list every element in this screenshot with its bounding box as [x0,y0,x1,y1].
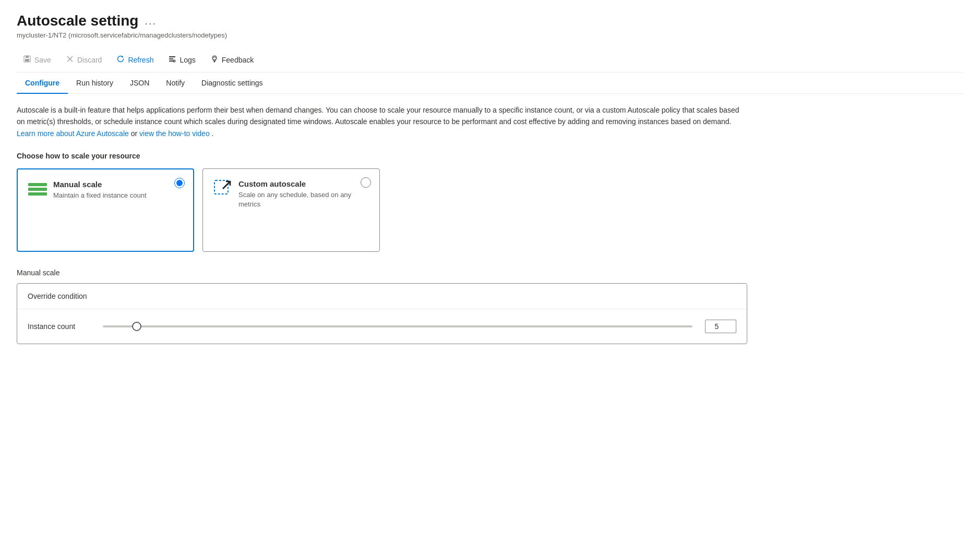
tab-notify[interactable]: Notify [158,72,193,93]
feedback-button[interactable]: Feedback [204,52,260,68]
tab-run-history[interactable]: Run history [68,72,122,93]
learn-more-link[interactable]: Learn more about Azure Autoscale [17,129,129,138]
manual-scale-radio[interactable] [174,178,185,188]
scale-section-title: Choose how to scale your resource [17,152,963,160]
page-subtitle: mycluster-1/NT2 (microsoft.servicefabric… [17,31,963,39]
scale-options: Manual scale Maintain a fixed instance c… [17,168,963,252]
save-button[interactable]: Save [17,52,57,68]
tab-configure[interactable]: Configure [17,72,68,93]
logs-icon [168,55,176,65]
ellipsis-menu[interactable]: ... [145,15,157,27]
refresh-icon [116,55,125,65]
manual-scale-title: Manual scale [53,180,183,189]
svg-rect-11 [214,180,228,194]
svg-point-8 [173,59,176,63]
svg-rect-2 [25,59,29,62]
tab-diagnostic-settings[interactable]: Diagnostic settings [193,72,271,93]
instance-count-row: Instance count [17,309,747,344]
manual-scale-desc: Maintain a fixed instance count [53,191,183,200]
tabs: Configure Run history JSON Notify Diagno… [17,72,963,94]
save-icon [23,55,31,65]
custom-autoscale-icon [213,179,232,198]
custom-autoscale-card[interactable]: Custom autoscale Scale on any schedule, … [202,168,380,252]
manual-scale-box: Override condition Instance count [17,283,747,344]
tab-json[interactable]: JSON [122,72,158,93]
toolbar: Save Discard Refresh [17,47,963,72]
override-condition-header: Override condition [17,284,747,309]
discard-icon [66,55,74,65]
instance-count-slider[interactable] [103,325,692,327]
manual-scale-section: Manual scale Override condition Instance… [17,269,963,344]
svg-line-12 [223,181,230,189]
logs-button[interactable]: Logs [162,52,201,68]
svg-rect-1 [26,56,29,58]
svg-rect-6 [169,58,173,59]
manual-scale-section-label: Manual scale [17,269,963,277]
custom-autoscale-title: Custom autoscale [238,179,369,188]
description-block: Autoscale is a built-in feature that hel… [17,104,747,139]
svg-point-10 [213,61,215,63]
refresh-button[interactable]: Refresh [110,52,160,68]
custom-autoscale-radio[interactable] [361,177,371,188]
feedback-icon [210,55,219,65]
manual-scale-icon [28,180,47,199]
instance-count-input[interactable] [705,320,736,333]
custom-autoscale-desc: Scale on any schedule, based on any metr… [238,190,369,209]
svg-rect-5 [169,56,175,57]
page-title: Autoscale setting ... [17,13,963,29]
how-to-video-link[interactable]: view the how-to video [139,129,210,138]
slider-container [103,325,692,327]
instance-count-label: Instance count [28,322,90,331]
discard-button[interactable]: Discard [59,52,108,68]
manual-scale-card[interactable]: Manual scale Maintain a fixed instance c… [17,168,194,252]
